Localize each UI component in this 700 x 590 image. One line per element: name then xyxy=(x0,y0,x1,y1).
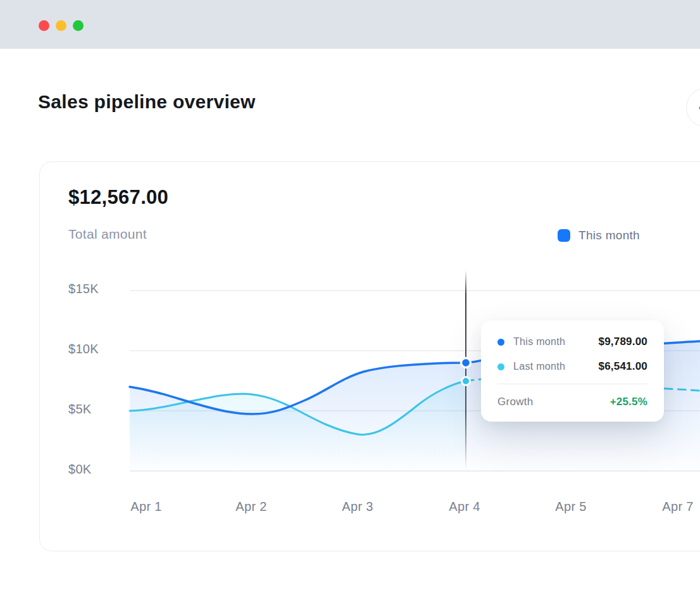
window-maximize-button[interactable] xyxy=(73,20,84,31)
window-title-bar xyxy=(0,0,700,49)
tooltip-row-last-month: Last month $6,541.00 xyxy=(497,358,647,375)
x-axis-tick-apr3: Apr 3 xyxy=(331,499,384,514)
tooltip-label-last-month: Last month xyxy=(513,361,565,372)
x-axis-tick-apr5: Apr 5 xyxy=(544,499,597,514)
growth-value: +25.5% xyxy=(610,396,647,408)
x-axis-tick-apr7: Apr 7 xyxy=(651,499,700,514)
x-axis-tick-apr4: Apr 4 xyxy=(438,499,491,514)
tooltip-row-this-month: This month $9,789.00 xyxy=(497,333,647,351)
total-amount-value: $12,567.00 xyxy=(68,186,168,209)
last-month-point-marker[interactable] xyxy=(462,377,470,386)
window-minimize-button[interactable] xyxy=(56,20,66,31)
growth-label: Growth xyxy=(497,396,534,408)
window-close-button[interactable] xyxy=(39,20,49,31)
more-options-button[interactable]: ⋯ xyxy=(686,88,700,127)
x-axis-tick-apr2: Apr 2 xyxy=(225,499,278,514)
tooltip-divider xyxy=(497,384,647,384)
tooltip-label-this-month: This month xyxy=(513,336,565,348)
legend-swatch-this-month[interactable] xyxy=(558,229,570,242)
chart-legend: This month xyxy=(558,229,640,242)
ellipsis-icon: ⋯ xyxy=(698,99,700,116)
chart-tooltip: This month $9,789.00 Last month $6,541.0… xyxy=(481,320,664,422)
total-amount-label: Total amount xyxy=(68,227,147,242)
tooltip-growth-row: Growth +25.5% xyxy=(497,394,647,410)
last-month-dot-icon xyxy=(497,363,504,370)
tooltip-value-this-month: $9,789.00 xyxy=(599,336,647,348)
x-axis-tick-apr1: Apr 1 xyxy=(120,499,173,514)
legend-label-this-month: This month xyxy=(578,229,640,242)
this-month-dot-icon xyxy=(497,339,504,346)
tooltip-value-last-month: $6,541.00 xyxy=(599,360,647,373)
this-month-point-marker[interactable] xyxy=(461,358,471,368)
page-title: Sales pipeline overview xyxy=(38,91,256,113)
